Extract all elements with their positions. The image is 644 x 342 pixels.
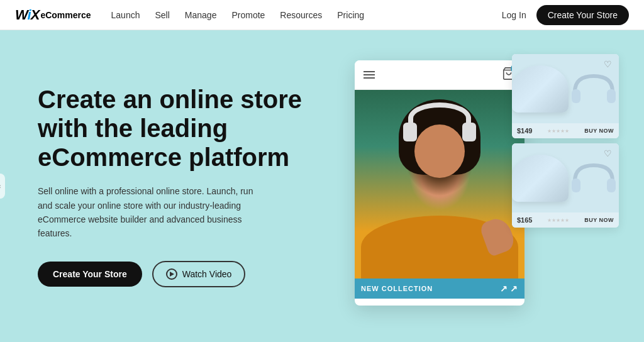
product-cards: ♡ $149 ★★★★★ BUY NOW ♡ <box>512 54 619 233</box>
store-card-main: 2 <box>355 60 525 306</box>
product-card-2: ♡ $165 ★★★★★ BUY NOW <box>512 143 619 228</box>
nav-link-manage[interactable]: Manage <box>185 10 217 20</box>
svg-rect-1 <box>572 89 580 103</box>
scroll-indicator: ‹ <box>0 174 5 199</box>
navbar: WiX eCommerce Launch Sell Manage Promote… <box>0 0 644 30</box>
product-1-price: $149 <box>517 127 532 135</box>
create-store-hero-button[interactable]: Create Your Store <box>38 262 142 287</box>
product-card-1: ♡ $149 ★★★★★ BUY NOW <box>512 54 619 138</box>
svg-rect-4 <box>607 179 616 192</box>
hero-content: Create an online store with the leading … <box>38 85 314 287</box>
watch-video-button[interactable]: Watch Video <box>152 261 246 287</box>
nav-link-launch[interactable]: Launch <box>111 10 140 20</box>
product-1-buy-button[interactable]: BUY NOW <box>584 128 614 134</box>
nav-right: Log In Create Your Store <box>502 5 629 25</box>
product-2-price: $165 <box>517 216 532 224</box>
hero-section: Create an online store with the leading … <box>0 30 644 342</box>
store-card-image <box>355 90 525 279</box>
logo[interactable]: WiX eCommerce <box>15 7 91 23</box>
product-card-1-image: ♡ <box>512 54 619 123</box>
hamburger-menu-icon[interactable] <box>364 71 375 79</box>
nav-link-sell[interactable]: Sell <box>155 10 169 20</box>
product-card-2-image: ♡ <box>512 143 619 212</box>
footer-arrows: ↗ ↗ <box>500 284 518 294</box>
play-triangle <box>170 272 174 277</box>
nav-link-pricing[interactable]: Pricing <box>337 10 364 20</box>
svg-rect-2 <box>607 89 616 103</box>
hamburger-line <box>364 74 375 75</box>
store-card-header: 2 <box>355 60 525 90</box>
logo-ecommerce: eCommerce <box>40 10 91 20</box>
nav-left: WiX eCommerce Launch Sell Manage Promote… <box>15 7 364 23</box>
watch-video-label: Watch Video <box>182 269 232 279</box>
nav-link-promote[interactable]: Promote <box>231 10 265 20</box>
arrow-northeast-icon2: ↗ <box>510 284 518 294</box>
create-store-nav-button[interactable]: Create Your Store <box>536 5 629 25</box>
arrow-northeast-icon: ↗ <box>500 284 508 294</box>
store-card-footer[interactable]: NEW COLLECTION ↗ ↗ <box>355 279 525 299</box>
logo-wix: WiX <box>15 7 39 23</box>
hero-description: Sell online with a professional online s… <box>38 184 264 241</box>
hero-title: Create an online store with the leading … <box>38 85 314 172</box>
product-card-2-footer: $165 ★★★★★ BUY NOW <box>512 212 619 228</box>
product-2-buy-button[interactable]: BUY NOW <box>584 217 614 223</box>
play-icon <box>166 268 177 280</box>
headphone-svg-1 <box>569 67 619 111</box>
new-collection-label: NEW COLLECTION <box>361 285 433 292</box>
heart-icon-2[interactable]: ♡ <box>604 148 614 158</box>
product-card-1-footer: $149 ★★★★★ BUY NOW <box>512 123 619 138</box>
hamburger-line <box>364 77 375 79</box>
nav-links: Launch Sell Manage Promote Resources Pri… <box>111 10 365 20</box>
svg-rect-3 <box>572 179 580 192</box>
hero-buttons: Create Your Store Watch Video <box>38 261 314 287</box>
heart-icon-1[interactable]: ♡ <box>604 59 614 69</box>
login-button[interactable]: Log In <box>502 10 526 20</box>
product-2-stars: ★★★★★ <box>547 218 569 223</box>
person-image <box>355 90 525 279</box>
store-mockup: 2 <box>355 54 619 318</box>
scroll-arrow: ‹ <box>0 183 1 190</box>
headphone-svg-2 <box>569 156 619 200</box>
hamburger-line <box>364 71 375 72</box>
product-1-stars: ★★★★★ <box>547 128 569 134</box>
nav-link-resources[interactable]: Resources <box>280 10 322 20</box>
